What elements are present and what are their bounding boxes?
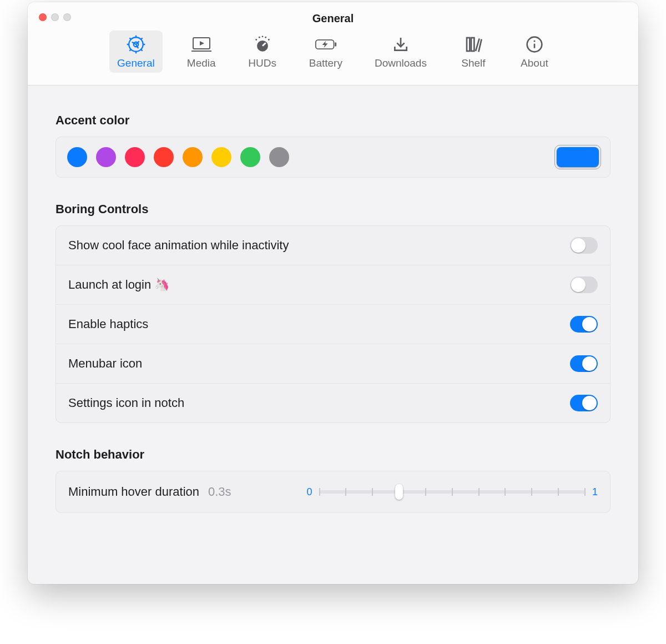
tab-downloads[interactable]: Downloads — [367, 31, 435, 73]
toggle-enable-haptics[interactable] — [570, 316, 598, 333]
slider-min-label: 0 — [307, 486, 312, 498]
tab-label: Media — [187, 57, 216, 69]
svg-line-6 — [129, 38, 131, 39]
svg-line-8 — [129, 49, 131, 51]
tab-label: HUDs — [248, 57, 276, 69]
row-launch-at-login: Launch at login 🦄 — [56, 265, 610, 305]
row-label: Show cool face animation while inactivit… — [68, 238, 570, 253]
accent-swatch-green[interactable] — [240, 147, 260, 167]
accent-preview[interactable] — [557, 147, 599, 167]
info-icon — [523, 35, 546, 54]
tab-label: About — [521, 57, 548, 69]
dial-icon — [251, 35, 274, 54]
gear-icon — [125, 35, 147, 54]
media-icon — [190, 35, 213, 54]
toggle-launch-at-login[interactable] — [570, 276, 598, 293]
zoom-window-button[interactable] — [63, 13, 71, 21]
battery-icon — [315, 35, 337, 54]
tab-huds[interactable]: HUDs — [240, 31, 285, 73]
svg-rect-26 — [467, 38, 470, 51]
accent-swatch-gray[interactable] — [269, 147, 289, 167]
hover-duration-slider[interactable] — [319, 484, 586, 500]
svg-marker-25 — [322, 41, 327, 48]
svg-rect-24 — [335, 42, 336, 46]
accent-swatch-red[interactable] — [154, 147, 174, 167]
tab-shelf[interactable]: Shelf — [451, 31, 496, 73]
notch-behavior-panel: Minimum hover duration 0.3s 0 1 — [56, 471, 610, 513]
tab-label: General — [117, 57, 155, 69]
accent-swatch-pink[interactable] — [125, 147, 145, 167]
tab-label: Downloads — [375, 57, 427, 69]
svg-point-19 — [259, 37, 260, 38]
row-hover-duration: Minimum hover duration 0.3s 0 1 — [56, 471, 610, 512]
slider-value-display: 0.3s — [208, 485, 231, 499]
boring-controls-panel: Show cool face animation while inactivit… — [56, 225, 610, 423]
content-area: Accent color Boring Controls Show cool f… — [28, 85, 638, 513]
tab-general[interactable]: General — [109, 31, 163, 73]
svg-rect-27 — [471, 38, 474, 51]
titlebar: General General — [28, 2, 638, 85]
row-settings-icon-notch: Settings icon in notch — [56, 384, 610, 422]
toggle-settings-icon-notch[interactable] — [570, 395, 598, 411]
tab-label: Shelf — [461, 57, 485, 69]
svg-point-22 — [268, 39, 270, 41]
accent-swatch-yellow[interactable] — [211, 147, 231, 167]
shelf-icon — [462, 35, 485, 54]
row-enable-haptics: Enable haptics — [56, 305, 610, 344]
tab-battery[interactable]: Battery — [301, 31, 350, 73]
row-menubar-icon: Menubar icon — [56, 344, 610, 384]
slider-max-label: 1 — [592, 486, 598, 498]
slider-container: 0 1 — [307, 484, 598, 500]
accent-swatch-orange[interactable] — [183, 147, 203, 167]
tab-media[interactable]: Media — [179, 31, 224, 73]
close-window-button[interactable] — [39, 13, 47, 21]
svg-point-18 — [255, 39, 257, 41]
preferences-window: General General — [28, 2, 638, 584]
tab-about[interactable]: About — [512, 31, 557, 73]
accent-swatch-purple[interactable] — [96, 147, 116, 167]
download-icon — [390, 35, 412, 54]
svg-point-32 — [533, 40, 535, 42]
slider-label: Minimum hover duration — [68, 485, 199, 499]
slider-ticks — [319, 488, 586, 496]
toggle-face-animation[interactable] — [570, 237, 598, 254]
settings-toolbar: General Media — [28, 31, 638, 73]
svg-line-9 — [141, 38, 143, 39]
minimize-window-button[interactable] — [51, 13, 59, 21]
section-accent-title: Accent color — [56, 113, 610, 128]
svg-point-21 — [265, 37, 266, 38]
svg-marker-14 — [200, 41, 204, 46]
svg-point-20 — [261, 36, 263, 37]
row-face-animation: Show cool face animation while inactivit… — [56, 226, 610, 265]
row-label: Settings icon in notch — [68, 396, 570, 410]
accent-swatch-blue[interactable] — [67, 147, 87, 167]
section-boring-title: Boring Controls — [56, 202, 610, 217]
window-title: General — [28, 2, 638, 25]
row-label: Menubar icon — [68, 356, 570, 371]
window-controls — [39, 13, 71, 21]
svg-line-7 — [141, 49, 143, 51]
section-notch-title: Notch behavior — [56, 447, 610, 462]
toggle-menubar-icon[interactable] — [570, 355, 598, 372]
accent-color-swatches — [67, 147, 289, 167]
slider-thumb[interactable] — [395, 484, 403, 500]
tab-label: Battery — [309, 57, 342, 69]
row-label: Launch at login 🦄 — [68, 278, 570, 292]
accent-color-panel — [56, 137, 610, 178]
row-label: Enable haptics — [68, 317, 570, 331]
